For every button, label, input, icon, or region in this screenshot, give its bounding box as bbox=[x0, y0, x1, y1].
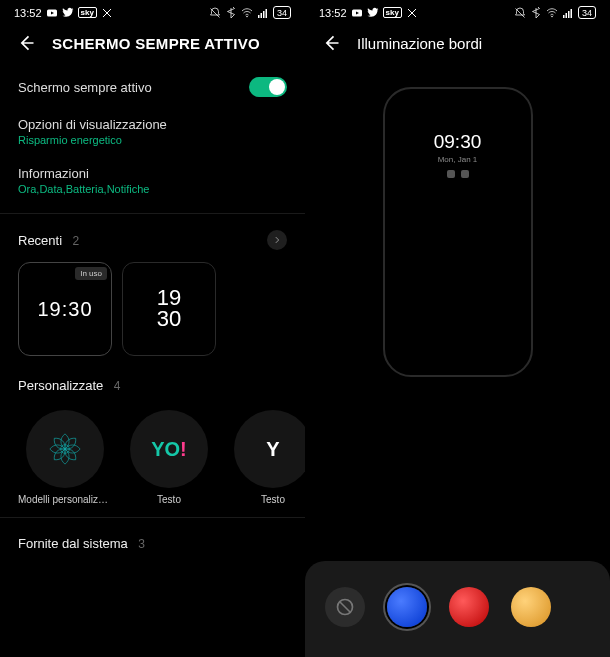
svg-rect-5 bbox=[263, 11, 265, 18]
preview-date: Mon, Jan 1 bbox=[438, 155, 478, 164]
mute-icon bbox=[514, 7, 526, 19]
sky-icon: sky bbox=[78, 7, 97, 18]
row-always-on-toggle[interactable]: Schermo sempre attivo bbox=[0, 67, 305, 107]
status-time: 13:52 bbox=[319, 7, 347, 19]
status-time: 13:52 bbox=[14, 7, 42, 19]
color-option-gold[interactable] bbox=[511, 587, 551, 627]
mute-icon bbox=[209, 7, 221, 19]
status-bar: 13:52 sky 34 bbox=[0, 0, 305, 23]
svg-rect-11 bbox=[563, 15, 565, 18]
battery-indicator: 34 bbox=[578, 6, 596, 19]
color-option-blue[interactable] bbox=[387, 587, 427, 627]
youtube-icon bbox=[46, 7, 58, 19]
color-option-red[interactable] bbox=[449, 587, 489, 627]
svg-rect-6 bbox=[265, 9, 267, 18]
svg-rect-12 bbox=[565, 13, 567, 18]
bluetooth-icon bbox=[530, 7, 542, 19]
custom-item-text-2[interactable]: Y Testo bbox=[226, 410, 305, 505]
section-custom: Personalizzate 4 bbox=[0, 368, 305, 402]
preview-clock: 09:30 bbox=[434, 131, 482, 153]
bluetooth-icon bbox=[225, 7, 237, 19]
header: Illuminazione bordi bbox=[305, 23, 610, 67]
svg-rect-13 bbox=[568, 11, 570, 18]
app-icon bbox=[101, 7, 113, 19]
mandala-icon bbox=[38, 422, 92, 476]
custom-item-text-1[interactable]: YO! Testo bbox=[122, 410, 216, 505]
custom-label: Personalizzate bbox=[18, 378, 103, 393]
custom-item-patterns[interactable]: Modelli personalizz… bbox=[18, 410, 112, 505]
svg-rect-3 bbox=[258, 15, 260, 18]
section-recents[interactable]: Recenti 2 bbox=[0, 222, 305, 258]
back-icon[interactable] bbox=[16, 33, 36, 53]
row-info[interactable]: Informazioni Ora,Data,Batteria,Notifiche bbox=[0, 156, 305, 205]
signal-icon bbox=[257, 7, 269, 19]
youtube-icon bbox=[351, 7, 363, 19]
info-sub: Ora,Data,Batteria,Notifiche bbox=[18, 183, 287, 195]
custom-count: 4 bbox=[114, 379, 121, 393]
wifi-icon bbox=[241, 7, 253, 19]
clock-preview: 19:30 bbox=[37, 298, 92, 321]
twitter-icon bbox=[367, 7, 379, 19]
info-label: Informazioni bbox=[18, 166, 287, 181]
svg-rect-14 bbox=[570, 9, 572, 18]
screen-edge-lighting: 13:52 sky 34 Illuminazione bordi 09:30 M… bbox=[305, 0, 610, 657]
twitter-icon bbox=[62, 7, 74, 19]
divider bbox=[0, 213, 305, 214]
row-display-options[interactable]: Opzioni di visualizzazione Risparmio ene… bbox=[0, 107, 305, 156]
toggle-switch[interactable] bbox=[249, 77, 287, 97]
yo-icon: YO! bbox=[151, 438, 187, 461]
in-use-badge: In uso bbox=[75, 267, 107, 280]
preview-notif-icons bbox=[447, 170, 469, 178]
wifi-icon bbox=[546, 7, 558, 19]
app-icon bbox=[406, 7, 418, 19]
header: SCHERMO SEMPRE ATTIVO bbox=[0, 23, 305, 67]
custom-item-label: Testo bbox=[157, 494, 181, 505]
divider bbox=[0, 517, 305, 518]
none-icon bbox=[335, 597, 355, 617]
screen-always-on: 13:52 sky 34 SCHERMO SEMPRE ATTIVO Scher… bbox=[0, 0, 305, 657]
color-option-none[interactable] bbox=[325, 587, 365, 627]
svg-point-10 bbox=[551, 15, 553, 17]
custom-item-label: Testo bbox=[261, 494, 285, 505]
display-options-label: Opzioni di visualizzazione bbox=[18, 117, 287, 132]
toggle-label: Schermo sempre attivo bbox=[18, 80, 152, 95]
recents-label: Recenti bbox=[18, 233, 62, 248]
recent-thumb-2[interactable]: 19 30 bbox=[122, 262, 216, 356]
recent-thumb-1[interactable]: In uso 19:30 bbox=[18, 262, 112, 356]
display-options-sub: Risparmio energetico bbox=[18, 134, 287, 146]
section-system: Fornite dal sistema 3 bbox=[0, 526, 305, 552]
system-label: Fornite dal sistema bbox=[18, 536, 128, 551]
color-picker-sheet bbox=[305, 561, 610, 657]
svg-point-2 bbox=[246, 15, 248, 17]
chevron-right-icon[interactable] bbox=[267, 230, 287, 250]
clock-preview: 19 30 bbox=[157, 288, 181, 330]
battery-indicator: 34 bbox=[273, 6, 291, 19]
svg-rect-4 bbox=[260, 13, 262, 18]
page-title: Illuminazione bordi bbox=[357, 35, 482, 52]
sky-icon: sky bbox=[383, 7, 402, 18]
yo-icon: Y bbox=[266, 438, 279, 461]
custom-item-label: Modelli personalizz… bbox=[18, 494, 112, 505]
status-bar: 13:52 sky 34 bbox=[305, 0, 610, 23]
phone-preview: 09:30 Mon, Jan 1 bbox=[383, 87, 533, 377]
recents-row: In uso 19:30 19 30 bbox=[0, 258, 305, 368]
page-title: SCHERMO SEMPRE ATTIVO bbox=[52, 35, 260, 52]
back-icon[interactable] bbox=[321, 33, 341, 53]
recents-count: 2 bbox=[73, 234, 80, 248]
custom-row: Modelli personalizz… YO! Testo Y Testo bbox=[0, 402, 305, 509]
signal-icon bbox=[562, 7, 574, 19]
system-count: 3 bbox=[138, 537, 145, 551]
